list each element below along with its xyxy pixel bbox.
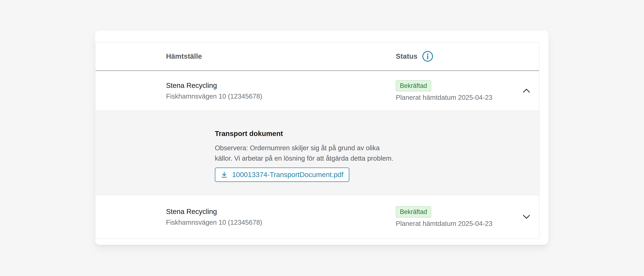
- panel-note: Observera: Ordernumren skiljer sig åt på…: [215, 143, 393, 164]
- pickup-cell: Stena Recycling Fiskhamnsvägen 10 (12345…: [96, 195, 396, 238]
- status-column-label: Status: [396, 52, 418, 60]
- planned-date: Planerat hämtdatum 2025-04-23: [396, 94, 492, 101]
- chevron-down-icon: [522, 214, 530, 219]
- pickup-name: Stena Recycling: [166, 82, 396, 90]
- pickup-name: Stena Recycling: [166, 208, 396, 216]
- column-header-pickup: Hämtställe: [96, 42, 396, 70]
- table-header-row: Hämtställe Status: [96, 42, 539, 71]
- status-badge: Bekräftad: [396, 206, 431, 218]
- chevron-cell: [514, 195, 539, 238]
- pickup-address: Fiskhamnsvägen 10 (12345678): [166, 219, 396, 226]
- download-document-button[interactable]: 100013374-TransportDocument.pdf: [215, 168, 349, 182]
- status-badge: Bekräftad: [396, 80, 431, 92]
- table-row[interactable]: Stena Recycling Fiskhamnsvägen 10 (12345…: [96, 195, 539, 238]
- expand-row-button[interactable]: [519, 209, 534, 224]
- collapse-row-button[interactable]: [519, 83, 534, 98]
- panel-note-line-2: källor. Vi arbetar på en lösning för att…: [215, 153, 393, 164]
- page-background: Hämtställe Status: [0, 0, 644, 276]
- pickup-column-label: Hämtställe: [166, 52, 202, 60]
- table-row[interactable]: Stena Recycling Fiskhamnsvägen 10 (12345…: [96, 71, 539, 111]
- status-cell: Bekräftad Planerat hämtdatum 2025-04-23: [396, 195, 514, 238]
- status-info-button[interactable]: [422, 51, 433, 62]
- planned-date: Planerat hämtdatum 2025-04-23: [396, 220, 492, 227]
- column-header-status: Status: [396, 42, 539, 70]
- chevron-up-icon: [522, 88, 530, 93]
- status-cell: Bekräftad Planerat hämtdatum 2025-04-23: [396, 71, 514, 110]
- download-icon: [221, 171, 228, 178]
- download-document-label: 100013374-TransportDocument.pdf: [232, 171, 344, 179]
- pickup-address: Fiskhamnsvägen 10 (12345678): [166, 92, 396, 100]
- pickup-cell: Stena Recycling Fiskhamnsvägen 10 (12345…: [96, 71, 396, 110]
- info-icon: [422, 51, 433, 62]
- panel-note-line-1: Observera: Ordernumren skiljer sig åt på…: [215, 143, 393, 153]
- transport-document-panel: Transport dokument Observera: Ordernumre…: [96, 111, 539, 195]
- panel-title: Transport dokument: [215, 130, 283, 138]
- pickup-orders-card: Hämtställe Status: [95, 30, 548, 245]
- pickup-table: Hämtställe Status: [95, 42, 539, 239]
- chevron-cell: [514, 71, 539, 110]
